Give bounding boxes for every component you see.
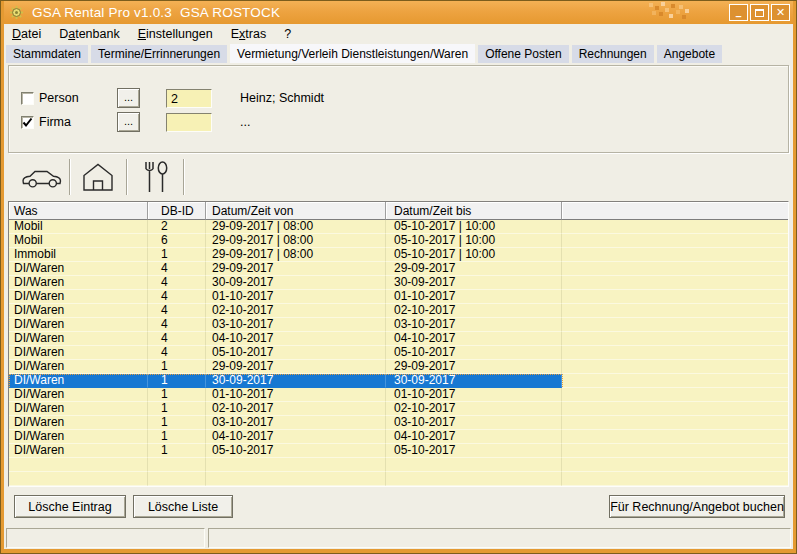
app-window: GSA Rental Pro v1.0.3 GSA ROSTOCK – ✕ Da…: [0, 0, 797, 554]
table-row[interactable]: [9, 458, 788, 472]
close-icon: ✕: [776, 7, 785, 18]
menu-einstellungen[interactable]: Einstellungen: [138, 27, 213, 41]
toolbar-separator: [69, 159, 70, 195]
action-button-row: Lösche Eintrag Lösche Liste Für Rechnung…: [14, 495, 785, 518]
person-browse-button[interactable]: ...: [117, 88, 140, 108]
table-row[interactable]: DI/Waren 4 29-09-2017 29-09-2017: [9, 262, 788, 276]
delete-entry-button[interactable]: Lösche Eintrag: [14, 495, 126, 518]
titlebar[interactable]: GSA Rental Pro v1.0.3 GSA ROSTOCK – ✕: [4, 1, 793, 24]
firma-id-field[interactable]: [166, 113, 212, 132]
table-row[interactable]: [9, 472, 788, 486]
firma-display-name: ...: [240, 115, 250, 129]
client-area: Datei Datenbank Einstellungen Extras ? S…: [4, 24, 793, 549]
tab-termine-errinnerungen[interactable]: Termine/Errinnerungen: [91, 45, 227, 63]
table-body: Mobil 2 29-09-2017 | 08:00 05-10-2017 | …: [9, 220, 788, 486]
firma-row: Firma ... ...: [21, 112, 250, 132]
close-button[interactable]: ✕: [771, 4, 790, 21]
table-row[interactable]: DI/Waren 1 03-10-2017 03-10-2017: [9, 416, 788, 430]
table-row[interactable]: DI/Waren 1 30-09-2017 30-09-2017: [9, 374, 788, 388]
house-icon: [80, 162, 116, 192]
tab-rechnungen[interactable]: Rechnungen: [572, 45, 654, 63]
table-row[interactable]: DI/Waren 1 04-10-2017 04-10-2017: [9, 430, 788, 444]
delete-list-button[interactable]: Lösche Liste: [133, 495, 233, 518]
table-row[interactable]: DI/Waren 1 01-10-2017 01-10-2017: [9, 388, 788, 402]
minimize-icon: –: [735, 11, 741, 22]
tab-vermietung-verleih[interactable]: Vermietung/Verleih Dienstleistungen/Ware…: [230, 44, 475, 63]
minimize-button[interactable]: –: [729, 4, 748, 21]
cutlery-icon: [139, 160, 171, 194]
table-row[interactable]: DI/Waren 1 29-09-2017 29-09-2017: [9, 360, 788, 374]
table-header: Was DB-ID Datum/Zeit von Datum/Zeit bis: [9, 202, 788, 220]
table-row[interactable]: DI/Waren 4 30-09-2017 30-09-2017: [9, 276, 788, 290]
table-row[interactable]: Immobil 1 29-09-2017 | 08:00 05-10-2017 …: [9, 248, 788, 262]
table-row[interactable]: DI/Waren 1 05-10-2017 05-10-2017: [9, 444, 788, 458]
table-row[interactable]: DI/Waren 4 03-10-2017 03-10-2017: [9, 318, 788, 332]
mobil-category-button[interactable]: [14, 158, 68, 196]
person-display-name: Heinz; Schmidt: [240, 91, 324, 105]
maximize-icon: [755, 9, 764, 17]
check-icon: [22, 117, 33, 128]
book-invoice-button[interactable]: Für Rechnung/Angebot buchen: [609, 495, 785, 518]
tab-strip: Stammdaten Termine/Errinnerungen Vermiet…: [4, 44, 793, 63]
tab-stammdaten[interactable]: Stammdaten: [6, 45, 88, 63]
person-checkbox[interactable]: [21, 92, 34, 105]
maximize-button[interactable]: [750, 4, 769, 21]
app-gear-icon: [9, 5, 24, 20]
table-row[interactable]: DI/Waren 4 02-10-2017 02-10-2017: [9, 304, 788, 318]
table-row[interactable]: DI/Waren 4 04-10-2017 04-10-2017: [9, 332, 788, 346]
titlebar-deco-pattern: [649, 2, 689, 23]
column-header-datum-von[interactable]: Datum/Zeit von: [206, 202, 386, 220]
firma-label: Firma: [39, 115, 99, 129]
statusbar: [6, 528, 791, 548]
tab-offene-posten[interactable]: Offene Posten: [478, 45, 569, 63]
table-row[interactable]: DI/Waren 4 05-10-2017 05-10-2017: [9, 346, 788, 360]
customer-panel: Person ... Heinz; Schmidt Firma ... ...: [8, 65, 789, 153]
menu-datei[interactable]: Datei: [12, 27, 41, 41]
status-panel-right: [208, 528, 791, 548]
menu-extras[interactable]: Extras: [231, 27, 266, 41]
table-row[interactable]: Mobil 6 29-09-2017 | 08:00 05-10-2017 | …: [9, 234, 788, 248]
menubar: Datei Datenbank Einstellungen Extras ?: [4, 24, 793, 44]
car-icon: [19, 164, 63, 190]
toolbar-separator: [183, 159, 184, 195]
firma-checkbox[interactable]: [21, 116, 34, 129]
category-toolbar: [8, 155, 789, 198]
person-label: Person: [39, 91, 99, 105]
table-row[interactable]: DI/Waren 1 02-10-2017 02-10-2017: [9, 402, 788, 416]
window-title: GSA Rental Pro v1.0.3 GSA ROSTOCK: [32, 5, 280, 20]
column-header-empty[interactable]: [562, 202, 788, 220]
person-row: Person ... Heinz; Schmidt: [21, 88, 324, 108]
tab-angebote[interactable]: Angebote: [657, 45, 722, 63]
table-row[interactable]: Mobil 2 29-09-2017 | 08:00 05-10-2017 | …: [9, 220, 788, 234]
menu-datenbank[interactable]: Datenbank: [59, 27, 119, 41]
firma-browse-button[interactable]: ...: [117, 112, 140, 132]
di-waren-category-button[interactable]: [128, 158, 182, 196]
menu-help[interactable]: ?: [284, 27, 291, 41]
person-id-field[interactable]: [166, 89, 212, 108]
column-header-was[interactable]: Was: [9, 202, 148, 220]
booking-table: Was DB-ID Datum/Zeit von Datum/Zeit bis …: [8, 201, 789, 487]
toolbar-separator: [126, 159, 127, 195]
column-header-datum-bis[interactable]: Datum/Zeit bis: [386, 202, 562, 220]
table-row[interactable]: DI/Waren 4 01-10-2017 01-10-2017: [9, 290, 788, 304]
status-panel-left: [6, 528, 205, 548]
column-header-dbid[interactable]: DB-ID: [148, 202, 206, 220]
immobil-category-button[interactable]: [71, 158, 125, 196]
